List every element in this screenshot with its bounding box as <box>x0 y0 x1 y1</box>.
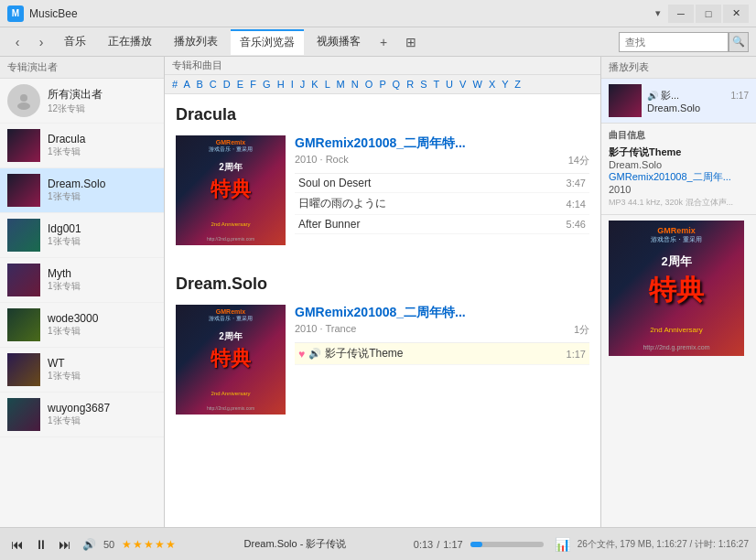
track-duration-2: 4:14 <box>567 199 586 210</box>
sidebar-item-wt-info: WT 1张专辑 <box>48 357 157 382</box>
album-title-dracula[interactable]: GMRemix201008_二周年特... <box>295 135 589 152</box>
volume-level: 50 <box>103 539 114 550</box>
sidebar-item-wode3000[interactable]: wode3000 1张专辑 <box>0 303 164 348</box>
sidebar-item-dracula-info: Dracula 1张专辑 <box>48 133 157 158</box>
alpha-k[interactable]: K <box>311 79 319 90</box>
alpha-c[interactable]: C <box>210 79 219 90</box>
sidebar-item-idg001[interactable]: Idg001 1张专辑 <box>0 213 164 258</box>
tab-playlist[interactable]: 播放列表 <box>165 29 227 55</box>
alpha-z[interactable]: Z <box>514 79 523 90</box>
sidebar-avatar-all <box>7 84 40 117</box>
track-row-active[interactable]: ♥ 🔊 影子传说Theme 1:17 <box>295 343 589 365</box>
close-button[interactable]: ✕ <box>723 5 749 23</box>
equalizer-icon[interactable]: 📊 <box>555 537 570 552</box>
sidebar-item-wt[interactable]: WT 1张专辑 <box>0 348 164 393</box>
alpha-j[interactable]: J <box>300 79 308 90</box>
section-title-dreamsolo: Dream.Solo <box>176 271 589 297</box>
sidebar: 专辑演出者 所有演出者 12张专辑 Dracula 1张专辑 Dream.Sol… <box>0 57 165 527</box>
alpha-bar: # A B C D E F G H I J K L M N O P Q R S … <box>165 75 600 94</box>
volume-icon: 🔊 <box>82 538 96 551</box>
album-row-dracula: GMRemix 游戏音乐・重采用 2周年 特典 2nd Anniversary <box>176 135 589 245</box>
sidebar-item-wuyong3687-info: wuyong3687 1张专辑 <box>48 402 157 427</box>
alpha-q[interactable]: Q <box>393 79 403 90</box>
maximize-button[interactable]: □ <box>696 5 721 23</box>
alpha-x[interactable]: X <box>489 79 497 90</box>
alpha-m[interactable]: M <box>337 79 347 90</box>
alpha-s[interactable]: S <box>420 79 428 90</box>
track-row[interactable]: 日曜の雨のように 4:14 <box>295 193 589 215</box>
title-dropdown-icon[interactable]: ▾ <box>655 7 661 19</box>
alpha-a[interactable]: A <box>184 79 192 90</box>
layout-button[interactable]: ⊞ <box>401 32 421 52</box>
forward-button[interactable]: › <box>31 32 51 52</box>
tab-music[interactable]: 音乐 <box>55 29 95 55</box>
alpha-h[interactable]: H <box>277 79 286 90</box>
track-speaker-icon: 🔊 <box>308 348 321 360</box>
sidebar-item-myth-name: Myth <box>48 267 157 280</box>
search-button[interactable]: 🔍 <box>729 32 749 52</box>
sidebar-item-myth[interactable]: Myth 1张专辑 <box>0 258 164 303</box>
album-title-dreamsolo[interactable]: GMRemix201008_二周年特... <box>295 305 589 321</box>
alpha-w[interactable]: W <box>472 79 483 90</box>
alpha-b[interactable]: B <box>196 79 204 90</box>
playlist-thumb-art <box>609 84 642 117</box>
playlist-thumb <box>609 84 642 117</box>
sidebar-item-dracula[interactable]: Dracula 1张专辑 <box>0 124 164 168</box>
alpha-n[interactable]: N <box>351 79 361 90</box>
progress-bar[interactable] <box>470 542 544 547</box>
album-year-genre-dracula: 2010 · Rock <box>295 154 349 167</box>
search-input[interactable] <box>619 32 729 52</box>
tab-music-browser[interactable]: 音乐浏览器 <box>231 29 304 55</box>
alpha-y[interactable]: Y <box>502 79 510 90</box>
alpha-hash[interactable]: # <box>172 79 179 90</box>
alpha-e[interactable]: E <box>237 79 245 90</box>
track-row[interactable]: After Bunner 5:46 <box>295 215 589 234</box>
alpha-o[interactable]: O <box>365 79 375 90</box>
sidebar-item-all-artists[interactable]: 所有演出者 12张专辑 <box>0 79 164 124</box>
pause-button[interactable]: ⏸ <box>31 534 51 555</box>
alpha-l[interactable]: L <box>325 79 332 90</box>
alpha-f[interactable]: F <box>250 79 258 90</box>
track-row[interactable]: Soul on Desert 3:47 <box>295 174 589 193</box>
add-tab-button[interactable]: + <box>373 32 394 52</box>
alpha-u[interactable]: U <box>446 79 455 90</box>
alpha-v[interactable]: V <box>459 79 468 90</box>
track-duration-active: 1:17 <box>567 349 586 360</box>
album-meta-dracula: 2010 · Rock 14分 <box>295 154 589 167</box>
playlist-speaker-icon: 🔊 <box>647 91 658 101</box>
rating-stars[interactable]: ★★★★★ <box>122 538 177 551</box>
track-list-dreamsolo: ♥ 🔊 影子传说Theme 1:17 <box>295 342 589 365</box>
track-heart-icon[interactable]: ♥ <box>298 348 305 361</box>
sidebar-item-wuyong3687-name: wuyong3687 <box>48 402 157 415</box>
sidebar-item-all-info: 所有演出者 12张专辑 <box>48 87 157 115</box>
alpha-g[interactable]: G <box>263 79 273 90</box>
sidebar-item-all-name: 所有演出者 <box>48 87 157 102</box>
alpha-t[interactable]: T <box>433 79 441 90</box>
next-button[interactable]: ⏭ <box>55 534 75 555</box>
alpha-d[interactable]: D <box>223 79 232 90</box>
alpha-i[interactable]: I <box>291 79 296 90</box>
sidebar-avatar-wode3000 <box>7 308 40 341</box>
sidebar-item-wuyong3687[interactable]: wuyong3687 1张专辑 <box>0 393 164 437</box>
prev-button[interactable]: ⏮ <box>7 534 27 555</box>
sidebar-item-wt-sub: 1张专辑 <box>48 370 157 382</box>
now-playing-label: Dream.Solo - 影子传说 <box>184 537 406 551</box>
sidebar-item-dreamsolo[interactable]: Dream.Solo 1张专辑 <box>0 168 164 213</box>
section-dracula: Dracula GMRemix 游戏音乐・重采用 2周年 特典 <box>165 94 600 264</box>
sidebar-item-dreamsolo-sub: 1张专辑 <box>48 190 157 203</box>
progress-section: 0:13 / 1:17 <box>414 539 463 550</box>
sidebar-item-idg001-info: Idg001 1张专辑 <box>48 222 157 248</box>
playlist-track-time: 1:17 <box>731 91 749 101</box>
alpha-r[interactable]: R <box>406 79 416 90</box>
album-cover-dreamsolo: GMRemix 游戏音乐・重采用 2周年 特典 2nd Anniversary <box>176 305 286 415</box>
sidebar-item-myth-sub: 1张专辑 <box>48 280 157 293</box>
playlist-track-name: 影... <box>661 89 679 102</box>
back-button[interactable]: ‹ <box>7 32 27 52</box>
tab-video-podcast[interactable]: 视频播客 <box>308 29 370 55</box>
minimize-button[interactable]: ─ <box>668 5 694 23</box>
alpha-p[interactable]: P <box>379 79 387 90</box>
tab-now-playing[interactable]: 正在播放 <box>99 29 161 55</box>
sidebar-item-dracula-sub: 1张专辑 <box>48 145 157 158</box>
track-name-active: 影子传说Theme <box>325 346 558 361</box>
content-area-header: 专辑和曲目 <box>165 57 600 75</box>
